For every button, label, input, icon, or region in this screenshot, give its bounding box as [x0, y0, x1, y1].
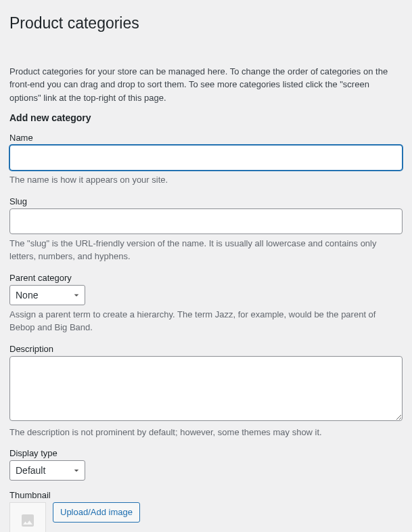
thumbnail-label: Thumbnail: [9, 490, 403, 500]
name-input[interactable]: [9, 145, 403, 171]
thumbnail-placeholder: [9, 502, 46, 532]
image-placeholder-icon: [20, 512, 36, 529]
name-label: Name: [9, 133, 403, 143]
slug-field-wrapper: Slug The "slug" is the URL-friendly vers…: [9, 196, 403, 263]
description-textarea[interactable]: [9, 356, 403, 421]
description-help: The description is not prominent by defa…: [9, 426, 403, 439]
parent-help: Assign a parent term to create a hierarc…: [9, 308, 403, 334]
add-category-heading: Add new category: [9, 112, 403, 123]
intro-text: Product categories for your store can be…: [9, 65, 403, 105]
description-field-wrapper: Description The description is not promi…: [9, 344, 403, 439]
slug-label: Slug: [9, 196, 403, 206]
name-help: The name is how it appears on your site.: [9, 173, 403, 187]
parent-field-wrapper: Parent category None Assign a parent ter…: [9, 273, 403, 334]
name-field-wrapper: Name The name is how it appears on your …: [9, 133, 403, 187]
slug-input[interactable]: [9, 208, 403, 234]
parent-select[interactable]: None: [9, 285, 85, 305]
thumbnail-field-wrapper: Thumbnail Upload/Add image: [9, 490, 403, 532]
slug-help: The "slug" is the URL-friendly version o…: [9, 237, 403, 263]
upload-image-button[interactable]: Upload/Add image: [53, 502, 140, 523]
description-label: Description: [9, 344, 403, 354]
display-type-select[interactable]: Default: [9, 460, 85, 481]
page-title: Product categories: [9, 14, 403, 34]
display-type-field-wrapper: Display type Default: [9, 448, 403, 481]
display-type-label: Display type: [9, 448, 403, 458]
parent-label: Parent category: [9, 273, 403, 283]
